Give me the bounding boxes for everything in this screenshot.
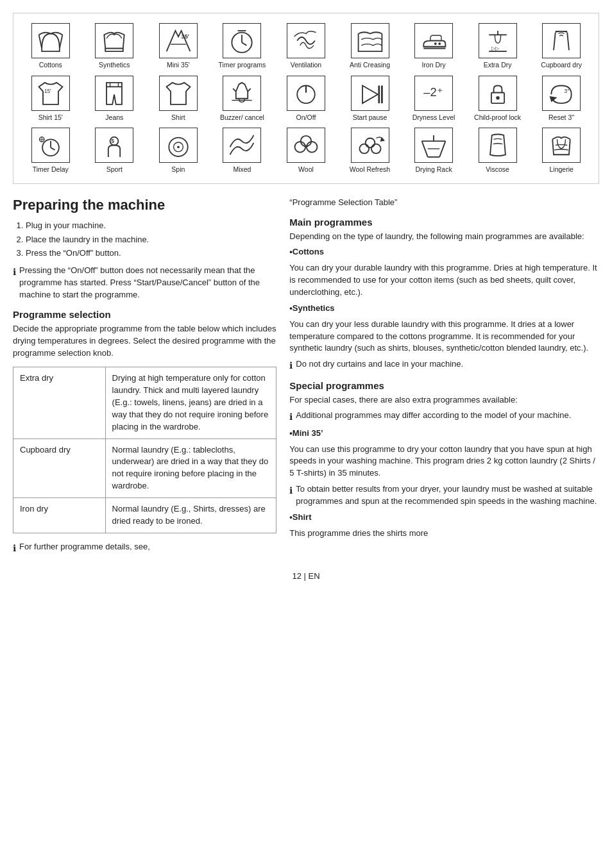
svg-line-5: [242, 42, 246, 46]
synthetics-text: You can dry your less durable laundry wi…: [289, 319, 599, 355]
icon-label-extra-dry: Extra Dry: [484, 61, 512, 69]
icon-box-spin: [159, 128, 198, 163]
info-icon-1: ℹ: [13, 265, 16, 301]
programme-table: Extra dry Drying at high temperature onl…: [13, 367, 276, 533]
icon-shirt15: 15' Shirt 15': [23, 76, 78, 122]
icon-label-viscose: Viscose: [486, 165, 509, 174]
icon-label-timerdelay: Timer Delay: [33, 165, 69, 174]
table-cell-extradry-name: Extra dry: [13, 367, 106, 438]
svg-text:5: 5: [112, 138, 115, 144]
icon-label-cupboard-dry: Cupboard dry: [541, 61, 582, 69]
icon-box-dryingrack: [414, 128, 453, 163]
icon-box-dryness: –2⁺: [414, 76, 453, 111]
icon-box-woolrefresh: [351, 128, 389, 163]
main-programmes-desc: Depending on the type of laundry, the fo…: [289, 231, 599, 243]
svg-text:–2⁺: –2⁺: [423, 85, 443, 99]
preparing-note-text: Pressing the “On/Off” button does not ne…: [19, 265, 276, 301]
icon-label-buzzer: Buzzer/ cancel: [220, 113, 264, 122]
icon-timerdelay: Timer Delay: [23, 128, 78, 174]
svg-point-46: [371, 144, 380, 153]
svg-line-50: [422, 141, 428, 157]
icon-box-cupboard-dry: [542, 23, 581, 58]
icon-anti-creasing: Anti Creasing: [343, 23, 397, 69]
svg-line-15: [567, 32, 569, 50]
icon-box-iron-dry: [414, 23, 453, 58]
preparing-title: Preparing the machine: [13, 197, 276, 213]
synthetics-note: ℹ Do not dry curtains and lace in your m…: [289, 358, 599, 372]
svg-point-41: [177, 146, 180, 148]
table-row-irondry: Iron dry Normal laundry (E.g., Shirts, d…: [13, 497, 276, 533]
icon-label-iron-dry: Iron Dry: [421, 61, 445, 69]
main-programmes-title: Main programmes: [289, 217, 599, 228]
icon-label-mini35: Mini 35': [167, 61, 190, 69]
icon-box-shirt: [159, 76, 198, 111]
icon-woolrefresh: Wool Refresh: [343, 128, 397, 174]
preparing-steps: Plug in your machine. Place the laundry …: [13, 220, 276, 260]
shirt-text: This programme dries the shirts more: [289, 528, 599, 540]
icon-box-buzzer: [223, 76, 261, 111]
icon-cottons: Cottons: [23, 23, 78, 69]
svg-point-45: [359, 144, 369, 153]
icon-lingerie: Lingerie: [534, 128, 589, 174]
icon-synthetics: Synthetics: [87, 23, 142, 69]
icon-box-timerdelay: [31, 128, 70, 163]
svg-line-1: [60, 35, 63, 48]
mini35-header-text: •Mini 35’: [289, 428, 323, 438]
mini35-header: •Mini 35’: [289, 428, 599, 440]
table-row-extradry: Extra dry Drying at high temperature onl…: [13, 367, 276, 438]
icon-ventilation: Ventilation: [278, 23, 333, 69]
icon-box-mixed: [223, 128, 261, 163]
svg-point-47: [365, 138, 375, 147]
icon-row-2: 15' Shirt 15' Jeans: [20, 76, 592, 122]
info-icon-2: ℹ: [13, 542, 16, 555]
svg-line-19: [248, 88, 251, 92]
icon-box-extra-dry: ▷▷: [479, 23, 517, 58]
table-footer-note: ℹ For further programme details, see,: [13, 541, 276, 555]
icon-box-reset: 3'': [542, 76, 581, 111]
shirt-header-text: •Shirt: [289, 512, 311, 522]
icon-dryness: –2⁺ Dryness Level: [407, 76, 461, 122]
icon-box-cottons: [31, 23, 70, 58]
special-programmes-desc: For special cases, there are also extra …: [289, 394, 599, 406]
mini35-note: ℹ To obtain better results from your dry…: [289, 483, 599, 508]
icon-buzzer: Buzzer/ cancel: [215, 76, 269, 122]
programme-selection-desc: Decide the appropriate programme from th…: [13, 323, 276, 360]
mini35-text: You can use this programme to dry your c…: [289, 444, 599, 480]
icon-section: Cottons Synthetics 35' Mini 3: [13, 13, 599, 184]
synthetics-header: •Synthetics: [289, 303, 599, 315]
synthetics-note-text: Do not dry curtains and lace in your mac…: [296, 358, 463, 372]
icon-label-onoff: On/Off: [296, 113, 316, 122]
icon-cupboard-dry: Cupboard dry: [534, 23, 589, 69]
icon-label-shirt15: Shirt 15': [38, 113, 63, 122]
icon-box-synthetics: [95, 23, 133, 58]
icon-label-ventilation: Ventilation: [291, 61, 321, 69]
programme-selection-title: Programme selection: [13, 309, 276, 320]
page-footer: 12 | EN: [13, 571, 599, 581]
preparing-note: ℹ Pressing the “On/Off” button does not …: [13, 265, 276, 301]
svg-line-18: [234, 88, 237, 92]
icon-spin: Spin: [151, 128, 205, 174]
icon-box-mini35: 35': [159, 23, 198, 58]
icon-label-mixed: Mixed: [233, 165, 251, 174]
icon-label-synthetics: Synthetics: [99, 61, 130, 69]
svg-point-43: [307, 142, 318, 153]
icon-label-lingerie: Lingerie: [549, 165, 573, 174]
icon-label-startpause: Start pause: [353, 113, 387, 122]
icon-box-lingerie: [542, 128, 581, 163]
table-row-cupboarddry: Cupboard dry Normal laundry (E.g.: table…: [13, 438, 276, 497]
icon-label-cottons: Cottons: [39, 61, 62, 69]
special-programmes-note-text: Additional programmes may differ accordi…: [296, 410, 571, 423]
icon-mixed: Mixed: [215, 128, 269, 174]
icon-box-shirt15: 15': [31, 76, 70, 111]
icon-box-ventilation: [287, 23, 325, 58]
cottons-header-text: •Cottons: [289, 247, 324, 256]
synthetics-header-text: •Synthetics: [289, 303, 334, 313]
icon-box-wool: [287, 128, 325, 163]
icon-row-3: Timer Delay 5 Sport Spin: [20, 128, 592, 174]
icon-label-reset: Reset 3'': [548, 113, 574, 122]
icon-label-shirt: Shirt: [171, 113, 185, 122]
svg-marker-23: [362, 86, 378, 104]
icon-label-childlock: Child-proof lock: [474, 113, 521, 122]
icon-extra-dry: ▷▷ Extra Dry: [470, 23, 525, 69]
table-cell-extradry-desc: Drying at high temperature only for cott…: [105, 367, 276, 438]
